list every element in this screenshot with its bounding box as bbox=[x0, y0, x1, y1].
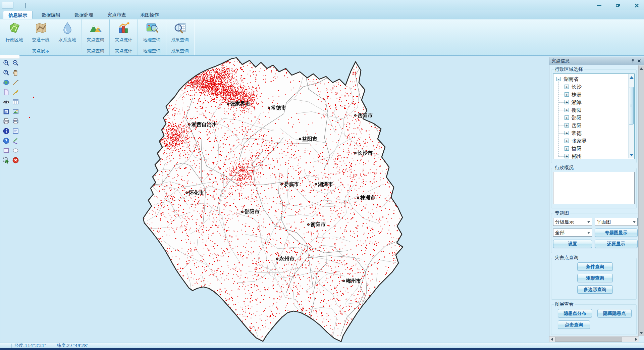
restore-button[interactable] bbox=[614, 2, 622, 9]
chevron-down-icon bbox=[633, 221, 636, 223]
image-icon[interactable] bbox=[11, 107, 19, 115]
pin-button[interactable] bbox=[630, 58, 636, 64]
quick-access-box[interactable] bbox=[2, 2, 13, 9]
tree-node-root[interactable]: 湖南省 bbox=[563, 76, 579, 83]
scroll-down-icon[interactable] bbox=[630, 154, 634, 156]
restore-display-button[interactable]: 还原显示 bbox=[595, 240, 638, 248]
tree-node-label: 张家界 bbox=[571, 138, 587, 144]
tree-expand-icon[interactable]: + bbox=[565, 85, 569, 89]
tree-node[interactable]: 常德 bbox=[571, 130, 582, 137]
globe-icon[interactable] bbox=[2, 78, 10, 86]
tree-scrollbar[interactable] bbox=[628, 74, 634, 158]
pan-icon[interactable] bbox=[11, 68, 19, 77]
city-name: 衡阳市 bbox=[311, 221, 326, 228]
rectangle-icon[interactable] bbox=[2, 146, 10, 154]
overview-textarea[interactable] bbox=[553, 172, 635, 204]
traffic-line-button[interactable]: 交通干线 bbox=[28, 20, 54, 48]
disaster-point-query-button[interactable]: 灾点查询 bbox=[82, 20, 109, 48]
filter-select[interactable]: 全部 bbox=[553, 229, 592, 237]
layer-view-label: 图层查看 bbox=[554, 301, 575, 307]
tree-node[interactable]: 益阳 bbox=[571, 145, 582, 152]
tree-node[interactable]: 长沙 bbox=[571, 84, 582, 90]
city-label: 邵阳市 bbox=[241, 209, 260, 215]
new-page-icon[interactable] bbox=[2, 88, 10, 96]
sketch-icon[interactable] bbox=[11, 137, 19, 145]
tree-node[interactable]: 张家界 bbox=[571, 138, 587, 144]
tree-node[interactable]: 岳阳 bbox=[571, 122, 582, 129]
panel-horizontal-scrollbar[interactable] bbox=[549, 336, 639, 342]
tab-map-operate[interactable]: 地图操作 bbox=[135, 11, 164, 19]
tree-expand-icon[interactable]: + bbox=[565, 92, 569, 97]
tree-node[interactable]: 湘潭 bbox=[571, 99, 582, 106]
polygon-query-button[interactable]: 多边形查询 bbox=[577, 285, 613, 294]
tab-info-display[interactable]: 信息展示 bbox=[3, 11, 33, 19]
zoom-out-icon[interactable] bbox=[11, 59, 19, 67]
tab-data-edit[interactable]: 数据编辑 bbox=[37, 11, 65, 19]
tree-node[interactable]: 株洲 bbox=[571, 91, 582, 98]
tab-point-review[interactable]: 灾点审查 bbox=[102, 11, 131, 19]
tree-expand-icon[interactable]: + bbox=[565, 154, 569, 158]
scroll-right-icon[interactable] bbox=[635, 338, 637, 341]
tree-expand-icon[interactable]: + bbox=[565, 139, 569, 143]
close-button[interactable] bbox=[633, 2, 640, 9]
scroll-up-icon[interactable] bbox=[630, 76, 634, 79]
city-marker-icon bbox=[185, 192, 188, 194]
scroll-left-icon[interactable] bbox=[551, 338, 553, 341]
region-tree[interactable]: -湖南省+长沙+株洲+湘潭+衡阳+邵阳+岳阳+常德+张家界+益阳+郴州 bbox=[553, 73, 635, 159]
tab-data-process[interactable]: 数据处理 bbox=[69, 11, 98, 19]
scroll-thumb[interactable] bbox=[555, 337, 622, 342]
eye-icon[interactable] bbox=[2, 98, 10, 106]
tree-expand-icon[interactable]: + bbox=[565, 100, 569, 104]
result-query-button[interactable]: 成果查询 bbox=[167, 20, 193, 48]
disaster-point-stat-button[interactable]: 灾点统计 bbox=[110, 20, 137, 48]
tree-expand-icon[interactable]: + bbox=[565, 146, 569, 151]
click-query-button[interactable]: 点击查询 bbox=[558, 320, 590, 329]
hazard-distribution-button[interactable]: 隐患点分布 bbox=[558, 309, 592, 317]
geo-query-button[interactable]: 地理查询 bbox=[139, 20, 165, 48]
print-preview-icon[interactable] bbox=[11, 117, 19, 125]
hide-hazard-button[interactable]: 隐藏隐患点 bbox=[597, 309, 632, 317]
tree-node[interactable]: 衡阳 bbox=[571, 107, 582, 113]
tree-expand-icon[interactable]: + bbox=[565, 131, 569, 135]
display-mode-select[interactable]: 分级显示 bbox=[553, 218, 592, 226]
rect-query-button[interactable]: 矩形查询 bbox=[577, 274, 613, 282]
thematic-show-button[interactable]: 专题图显示 bbox=[595, 229, 638, 237]
text-window-icon[interactable] bbox=[11, 127, 19, 135]
tree-expand-icon[interactable]: + bbox=[565, 123, 569, 128]
measure-icon[interactable] bbox=[11, 78, 19, 86]
tree-node[interactable]: 邵阳 bbox=[571, 114, 582, 121]
panel-close-button[interactable] bbox=[636, 58, 642, 64]
printer-icon[interactable] bbox=[2, 117, 10, 125]
panel-vertical-scrollbar[interactable] bbox=[638, 65, 644, 336]
city-marker-icon bbox=[188, 123, 191, 126]
settings-button[interactable]: 设置 bbox=[553, 240, 592, 248]
condition-query-button[interactable]: 条件查询 bbox=[577, 262, 613, 271]
delete-icon[interactable] bbox=[11, 156, 19, 164]
tree-expand-icon[interactable]: + bbox=[565, 115, 569, 120]
water-system-button[interactable]: 水系流域 bbox=[54, 20, 80, 48]
legend-icon[interactable] bbox=[2, 107, 10, 115]
map-canvas[interactable] bbox=[0, 56, 550, 343]
minimize-button[interactable] bbox=[595, 2, 603, 9]
region-map-icon bbox=[8, 21, 21, 35]
scroll-up-icon[interactable] bbox=[640, 67, 643, 70]
help-icon[interactable]: ? bbox=[2, 137, 10, 145]
tree-connector bbox=[558, 133, 565, 134]
tree-expand-icon[interactable]: + bbox=[565, 108, 569, 112]
tree-node[interactable]: 郴州 bbox=[571, 153, 582, 159]
select-value: 平面图 bbox=[597, 219, 611, 224]
group-label: 灾点展示 bbox=[0, 48, 81, 55]
info-icon[interactable] bbox=[2, 127, 10, 135]
select-icon[interactable] bbox=[2, 156, 10, 164]
zoom-extent-icon[interactable] bbox=[2, 68, 10, 77]
brush-icon[interactable] bbox=[11, 88, 19, 96]
tree-collapse-icon[interactable]: - bbox=[556, 77, 561, 81]
region-area-button[interactable]: 行政区域 bbox=[1, 20, 28, 48]
scroll-down-icon[interactable] bbox=[640, 332, 643, 334]
map-type-select[interactable]: 平面图 bbox=[595, 218, 638, 226]
ellipse-icon[interactable] bbox=[11, 146, 19, 154]
table-grid-icon[interactable] bbox=[11, 98, 19, 106]
ribbon-group-geo-query: 地理查询 地理查询 bbox=[138, 19, 166, 55]
scroll-thumb[interactable] bbox=[629, 87, 634, 124]
zoom-in-icon[interactable] bbox=[2, 59, 10, 67]
